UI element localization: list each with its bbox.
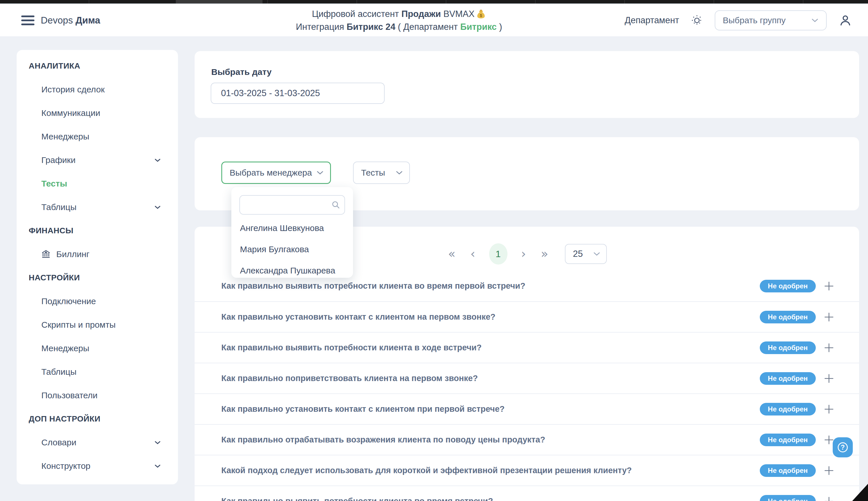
plus-icon — [823, 465, 835, 476]
plus-icon — [823, 373, 835, 384]
question-row: Какой подход следует использовать для ко… — [194, 455, 859, 486]
add-button[interactable] — [823, 342, 835, 353]
plus-icon — [823, 311, 835, 323]
add-button[interactable] — [823, 465, 835, 476]
chevron-down-icon — [154, 156, 161, 164]
status-badge: Не одобрен — [760, 495, 816, 501]
department-label: Департамент — [625, 15, 679, 25]
chevron-down-icon — [154, 462, 161, 470]
app-screen: Devops Дима Цифровой ассистент Продажи B… — [0, 0, 868, 501]
question-text: Как правильно установить контакт с клиен… — [221, 404, 505, 414]
status-badge: Не одобрен — [760, 464, 816, 477]
page-size-select[interactable]: 25 — [565, 244, 607, 264]
chevron-down-icon — [593, 250, 601, 258]
sidebar-item-connection[interactable]: Подключение — [17, 289, 178, 313]
current-page-indicator[interactable]: 1 — [489, 243, 508, 265]
sidebar: АНАЛИТИКА История сделок Коммуникации Ме… — [17, 50, 178, 484]
question-row: Как правильно выявить потребности клиент… — [194, 486, 859, 501]
sidebar-item-constructor[interactable]: Конструктор — [17, 454, 178, 478]
sidebar-item-deal-history[interactable]: История сделок — [17, 78, 178, 101]
question-row: Как правильно установить контакт с клиен… — [194, 393, 859, 424]
plus-icon — [823, 342, 835, 353]
header-controls: Департамент Выбрать группу — [625, 10, 852, 30]
menu-button[interactable] — [21, 15, 34, 25]
add-button[interactable] — [823, 373, 835, 384]
sidebar-item-charts[interactable]: Графики — [17, 148, 178, 172]
sidebar-item-scripts-prompts[interactable]: Скрипты и промты — [17, 313, 178, 337]
sidebar-section-extra-settings: ДОП НАСТРОЙКИ — [17, 407, 178, 431]
question-mark-icon: ? — [836, 441, 849, 454]
date-range-input[interactable]: 01-03-2025 - 31-03-2025 — [211, 83, 385, 104]
manager-option[interactable]: Ангелина Шевкунова — [240, 217, 345, 239]
chevron-down-icon — [154, 203, 161, 211]
sidebar-item-tests[interactable]: Тесты — [17, 172, 178, 195]
status-badge: Не одобрен — [760, 341, 816, 354]
person-icon — [839, 14, 852, 27]
manager-select-value: Выбрать менеджера — [230, 168, 312, 178]
search-icon — [331, 200, 340, 210]
add-button[interactable] — [823, 403, 835, 415]
status-badge: Не одобрен — [760, 403, 816, 415]
theme-toggle-button[interactable] — [691, 15, 703, 26]
date-range-value: 01-03-2025 - 31-03-2025 — [221, 88, 320, 98]
sidebar-item-tables-analytics[interactable]: Таблицы — [17, 195, 178, 219]
status-badge: Не одобрен — [760, 434, 816, 446]
date-card-label: Выбрать дату — [211, 67, 859, 77]
last-page-button[interactable]: » — [540, 248, 549, 260]
chevron-down-icon — [395, 169, 403, 177]
manager-option[interactable]: Мария Булгакова — [240, 239, 345, 260]
tests-select[interactable]: Тесты — [353, 161, 410, 184]
active-tab-segment — [176, 0, 263, 3]
question-text: Как правильно выявить потребности клиент… — [221, 343, 481, 352]
sun-icon — [691, 15, 703, 26]
chevron-down-icon — [154, 439, 161, 446]
add-button[interactable] — [823, 311, 835, 323]
question-text: Как правильно отрабатывать возражения кл… — [221, 435, 545, 445]
group-select[interactable]: Выбрать группу — [715, 10, 827, 30]
brand-title: Devops Дима — [41, 15, 100, 26]
title-line-2: Интеграция Битрикс 24 ( Департамент Битр… — [296, 20, 502, 33]
first-page-button[interactable]: « — [447, 248, 457, 260]
page-size-value: 25 — [573, 249, 583, 259]
group-select-value: Выбрать группу — [723, 15, 786, 25]
sidebar-item-managers[interactable]: Менеджеры — [17, 125, 178, 148]
status-badge: Не одобрен — [760, 311, 816, 323]
prev-page-button[interactable]: ‹ — [469, 248, 476, 260]
sidebar-item-communications[interactable]: Коммуникации — [17, 101, 178, 125]
question-row: Как правильно выявить потребности клиент… — [194, 332, 859, 363]
question-row: Как правильно отрабатывать возражения кл… — [194, 424, 859, 455]
chevron-down-icon — [316, 169, 324, 177]
sidebar-item-users[interactable]: Пользователи — [17, 384, 178, 407]
add-button[interactable] — [823, 495, 835, 501]
manager-search-input[interactable] — [240, 195, 345, 215]
svg-text:$: $ — [480, 13, 482, 18]
question-text: Как правильно установить контакт с клиен… — [221, 312, 495, 322]
manager-options: Ангелина Шевкунова Мария Булгакова Алекс… — [240, 217, 345, 281]
manager-option[interactable]: Александра Пушкарева — [240, 260, 345, 281]
profile-button[interactable] — [839, 14, 852, 27]
date-card: Выбрать дату 01-03-2025 - 31-03-2025 — [194, 51, 859, 118]
manager-select[interactable]: Выбрать менеджера — [221, 161, 331, 184]
title-line-1: Цифровой ассистент Продажи BVMAX$ — [296, 8, 502, 20]
help-button[interactable]: ? — [833, 437, 853, 457]
app-header: Devops Дима Цифровой ассистент Продажи B… — [0, 4, 868, 37]
page-title: Цифровой ассистент Продажи BVMAX$ Интегр… — [296, 8, 502, 33]
plus-icon — [823, 280, 835, 292]
chevron-down-icon — [811, 17, 819, 24]
sidebar-item-dictionaries[interactable]: Словари — [17, 431, 178, 454]
add-button[interactable] — [823, 280, 835, 292]
sidebar-item-tables-settings[interactable]: Таблицы — [17, 360, 178, 384]
next-page-button[interactable]: › — [520, 248, 527, 260]
browser-tab-strip — [0, 0, 868, 3]
question-row: Как правильно поприветствовать клиента н… — [194, 363, 859, 393]
sidebar-item-billing[interactable]: Биллинг — [17, 243, 178, 266]
plus-icon — [823, 495, 835, 501]
sidebar-section-settings: НАСТРОЙКИ — [17, 266, 178, 289]
manager-dropdown-panel: Ангелина Шевкунова Мария Булгакова Алекс… — [231, 187, 353, 278]
svg-text:?: ? — [841, 444, 845, 451]
brand-regular: Devops — [41, 15, 73, 25]
sidebar-item-managers-settings[interactable]: Менеджеры — [17, 337, 178, 360]
question-text: Как правильно поприветствовать клиента н… — [221, 374, 478, 383]
tab-strip-dividers — [0, 0, 868, 3]
sidebar-section-analytics: АНАЛИТИКА — [17, 54, 178, 78]
